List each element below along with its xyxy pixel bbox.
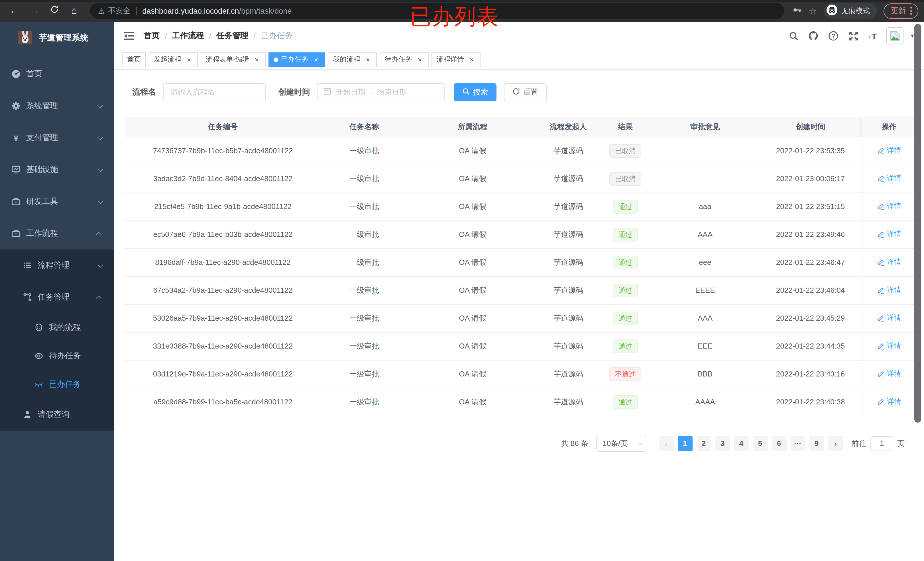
sidebar-item-home[interactable]: 首页	[0, 58, 114, 90]
tab-close-icon[interactable]: ×	[468, 56, 476, 63]
security-label[interactable]: 不安全	[108, 6, 130, 16]
update-label[interactable]: 更新	[891, 6, 906, 16]
sidebar-item-task-mgmt[interactable]: 任务管理	[0, 281, 114, 313]
tab-todo-tasks[interactable]: 待办任务 ×	[380, 52, 429, 67]
sidebar-item-label: 待办任务	[49, 351, 81, 361]
url-path[interactable]: /bpm/task/done	[239, 6, 292, 15]
tab-close-icon[interactable]: ×	[185, 56, 193, 63]
next-page-button[interactable]: ›	[828, 436, 843, 451]
list-icon	[23, 261, 32, 270]
detail-button[interactable]: 详情	[877, 201, 901, 211]
detail-button[interactable]: 详情	[877, 229, 901, 239]
browser-home-icon[interactable]: ⌂	[67, 5, 81, 16]
table-row: 74736737-7b9b-11ec-b5b7-acde48001122 一级审…	[125, 137, 916, 165]
tab-process-detail[interactable]: 流程详情 ×	[432, 52, 480, 67]
reset-button-label: 重置	[523, 87, 538, 97]
create-time: 2022-01-22 23:46:04	[759, 276, 862, 304]
breadcrumb-home[interactable]: 首页	[144, 31, 160, 41]
detail-button[interactable]: 详情	[877, 313, 901, 323]
browser-forward-icon[interactable]: →	[27, 5, 42, 16]
task-id: 8196daff-7b9a-11ec-a290-acde48001122	[125, 248, 320, 276]
detail-button[interactable]: 详情	[877, 397, 901, 406]
security-warning-icon[interactable]: ⚠	[98, 6, 105, 15]
sidebar-item-my-process[interactable]: 我的流程	[0, 313, 114, 342]
avatar[interactable]	[886, 27, 903, 45]
url-host[interactable]: dashboard.yudao.iocoder.cn	[142, 6, 239, 15]
fullscreen-icon[interactable]	[849, 31, 859, 41]
page-size-select[interactable]: 10条/页	[596, 435, 646, 451]
process-name-input[interactable]: 请输入流程名	[163, 83, 266, 102]
bookmark-star-icon[interactable]: ☆	[808, 5, 817, 16]
dashboard-icon	[11, 69, 21, 79]
sidebar-item-leave-query[interactable]: 请假查询	[0, 399, 114, 431]
page-button-3[interactable]: 3	[715, 436, 730, 451]
browser-back-icon[interactable]: ←	[7, 5, 22, 16]
sidebar-item-process-mgmt[interactable]: 流程管理	[0, 250, 114, 281]
goto-page-input[interactable]: 1	[870, 436, 893, 451]
comment	[651, 165, 759, 193]
sidebar-item-todo-tasks[interactable]: 待办任务	[0, 342, 114, 370]
comment: eee	[651, 248, 759, 276]
page-scrollbar[interactable]	[914, 24, 921, 423]
password-key-icon[interactable]	[792, 5, 802, 17]
page-button-9[interactable]: 9	[809, 436, 824, 451]
detail-button[interactable]: 详情	[877, 285, 901, 295]
page-button-4[interactable]: 4	[734, 436, 749, 451]
detail-button[interactable]: 详情	[877, 341, 901, 350]
chevron-down-icon	[98, 102, 103, 108]
header-search-icon[interactable]	[789, 31, 799, 41]
tab-close-icon[interactable]: ×	[416, 56, 423, 63]
sidebar-item-label: 已办任务	[49, 379, 81, 390]
sidebar-collapse-icon[interactable]	[123, 30, 135, 42]
task-name: 一级审批	[320, 388, 408, 416]
sidebar-item-payment[interactable]: ¥ 支付管理	[0, 122, 114, 154]
page-ellipsis[interactable]: ···	[790, 436, 805, 451]
reset-button[interactable]: 重置	[504, 83, 547, 102]
browser-reload-icon[interactable]	[47, 5, 62, 16]
comment: AAA	[651, 304, 759, 332]
github-icon[interactable]	[808, 31, 819, 41]
table-row: 03d1219e-7b9a-11ec-a290-acde48001122 一级审…	[125, 360, 916, 388]
date-range-picker[interactable]: 开始日期 - 结束日期	[317, 83, 445, 102]
tab-close-icon[interactable]: ×	[253, 56, 261, 63]
help-icon[interactable]: ?	[828, 31, 839, 41]
sidebar-item-devtools[interactable]: 研发工具	[0, 186, 114, 218]
sidebar-item-workflow[interactable]: 工作流程	[0, 218, 114, 250]
incognito-icon	[826, 4, 837, 17]
detail-button[interactable]: 详情	[877, 257, 901, 267]
sidebar-item-done-tasks[interactable]: 已办任务	[0, 370, 114, 399]
prev-page-button[interactable]: ‹	[658, 436, 674, 451]
task-id: 03d1219e-7b9a-11ec-a290-acde48001122	[125, 360, 320, 388]
range-separator: -	[370, 88, 372, 97]
incognito-label: 无痕模式	[842, 6, 870, 16]
sidebar-item-infra[interactable]: 基础设施	[0, 154, 114, 186]
comment: EEE	[651, 332, 759, 360]
yen-icon: ¥	[11, 133, 21, 142]
chevron-down-icon	[98, 134, 103, 140]
tab-my-process[interactable]: 我的流程 ×	[328, 52, 377, 67]
font-size-icon[interactable]: TT	[868, 31, 877, 40]
tab-home[interactable]: 首页	[122, 52, 146, 67]
tab-done-tasks[interactable]: 已办任务 ×	[268, 52, 325, 67]
annotation-title: 已办列表	[410, 2, 499, 31]
page-button-1[interactable]: 1	[678, 436, 692, 451]
page-button-2[interactable]: 2	[696, 436, 711, 451]
search-button[interactable]: 搜索	[454, 83, 496, 102]
flow-nodes-icon	[23, 293, 32, 302]
task-name: 一级审批	[320, 332, 408, 360]
tab-form-edit[interactable]: 流程表单-编辑 ×	[201, 52, 266, 67]
page-button-6[interactable]: 6	[771, 436, 786, 451]
tab-start-process[interactable]: 发起流程 ×	[149, 52, 198, 67]
detail-button[interactable]: 详情	[877, 174, 901, 183]
detail-button[interactable]: 详情	[877, 369, 901, 378]
page-button-5[interactable]: 5	[753, 436, 768, 451]
detail-button[interactable]: 详情	[877, 145, 901, 155]
chevron-down-icon	[98, 198, 103, 203]
sidebar-item-system[interactable]: 系统管理	[0, 90, 114, 122]
tab-close-icon[interactable]: ×	[312, 56, 320, 63]
browser-update-button[interactable]: 更新	[884, 3, 918, 18]
briefcase-icon	[11, 229, 21, 238]
tab-close-icon[interactable]: ×	[364, 56, 372, 63]
browser-menu-icon[interactable]	[910, 7, 912, 15]
app-logo[interactable]: 芋道管理系统	[0, 22, 114, 54]
